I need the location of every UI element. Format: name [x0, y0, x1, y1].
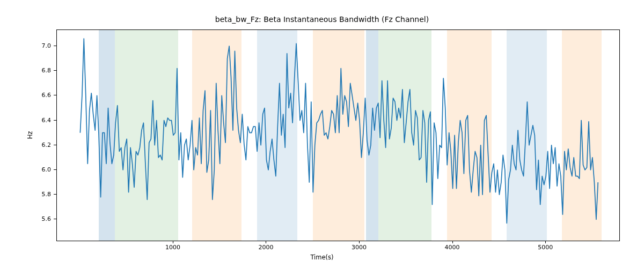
plot-area: [56, 29, 620, 241]
y-tick-mark: [54, 46, 56, 46]
x-tick-mark: [545, 241, 546, 243]
x-tick-label: 1000: [165, 244, 180, 251]
x-tick-mark: [452, 241, 453, 243]
y-tick-label: 6.2: [42, 141, 52, 148]
y-tick-mark: [54, 70, 56, 71]
y-tick-label: 5.8: [42, 191, 52, 198]
y-tick-mark: [54, 95, 56, 95]
y-tick-label: 7.0: [42, 42, 52, 49]
x-tick-mark: [173, 241, 173, 243]
x-axis-label: Time(s): [0, 254, 644, 261]
y-tick-mark: [54, 120, 56, 121]
figure: beta_bw_Fz: Beta Instantaneous Bandwidth…: [0, 0, 644, 268]
line-series: [57, 30, 620, 241]
x-tick-label: 3000: [352, 244, 367, 251]
y-axis-label: Hz: [26, 131, 34, 139]
x-tick-label: 4000: [445, 244, 460, 251]
x-tick-mark: [359, 241, 360, 243]
y-tick-mark: [54, 219, 56, 219]
y-tick-label: 6.0: [42, 166, 52, 173]
y-tick-mark: [54, 194, 56, 195]
y-tick-label: 6.8: [42, 67, 52, 74]
x-tick-label: 2000: [258, 244, 273, 251]
y-tick-mark: [54, 145, 56, 145]
y-tick-mark: [54, 169, 56, 170]
y-tick-label: 6.6: [42, 92, 52, 99]
y-tick-label: 6.4: [42, 116, 52, 123]
x-tick-mark: [266, 241, 266, 243]
x-tick-label: 5000: [538, 244, 553, 251]
y-tick-label: 5.6: [42, 215, 52, 222]
chart-title: beta_bw_Fz: Beta Instantaneous Bandwidth…: [0, 15, 644, 24]
